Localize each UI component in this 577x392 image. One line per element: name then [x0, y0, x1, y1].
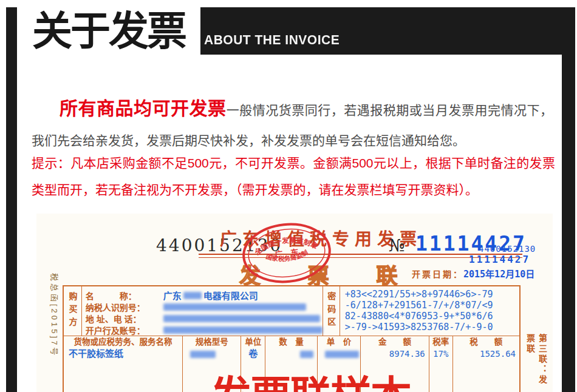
- buyer-bank-label: 开户行及账号：: [86, 324, 163, 336]
- redacted-bank-blur: [163, 326, 323, 334]
- promo-page: 关于发票 ABOUT THE INVOICE 所有商品均可开发票一般情况货票同行…: [0, 0, 577, 392]
- buyer-bank-row: 开户行及账号：: [86, 324, 323, 336]
- left-border-bar: [6, 55, 17, 392]
- column-tax-amount: 税 额 1525.64: [453, 336, 519, 392]
- item-spec: [183, 348, 241, 359]
- redacted-name-blur: [183, 292, 202, 299]
- password-area: +83<<2291/55+>8+97446>6>-79 -6/128+7+291…: [340, 286, 519, 336]
- column-tax-rate: 税率 17%: [429, 336, 453, 392]
- intro-paragraph: 所有商品均可开发票一般情况货票同行，若遇报税期或当月发票用完情况下，我们先会给亲…: [32, 93, 553, 156]
- redacted-quantity-blur: [300, 351, 313, 358]
- item-quantity: [265, 348, 317, 359]
- buyer-password-section: 购买方 名 称： 广东 电器有限公司 纳税人识别号： 地 址、电 话：: [64, 286, 519, 336]
- buyer-name-suffix: 电器有限公司: [203, 289, 258, 302]
- header-item-name: 货物或应税劳务、服务名称: [64, 336, 182, 348]
- buyer-name-row: 名 称： 广东 电器有限公司: [86, 289, 323, 301]
- intro-lead: 所有商品均可开发票: [60, 98, 227, 118]
- invoice-date-line: 开票日期：2015年12月10日: [412, 267, 534, 280]
- item-tax-amount: 1525.64: [453, 348, 519, 359]
- header-spec: 规格型号: [183, 336, 241, 348]
- buyer-address-row: 地 址、电 话：: [86, 313, 323, 324]
- redacted-address-blur: [163, 315, 320, 322]
- left-margin-note: 税总函[2015]7号: [51, 273, 61, 390]
- item-name: 不干胶标签纸: [64, 348, 182, 359]
- header-quantity: 数 量: [265, 336, 317, 348]
- password-line: -6/128+7+291561-7/+/8*07/<9: [345, 300, 519, 311]
- item-unit: 卷: [241, 348, 265, 359]
- column-item-name: 货物或应税劳务、服务名称 不干胶标签纸: [64, 336, 183, 392]
- password-section-label: 密码区: [325, 292, 337, 330]
- invoice-no-symbol: №: [389, 235, 405, 255]
- redacted-spec-blur: [190, 351, 216, 358]
- tax-seal-stamp: 全国统一发票监制章 广 东 国家税务局监制: [238, 217, 335, 288]
- item-tax-rate: 17%: [429, 348, 452, 359]
- buyer-name-prefix: 广东: [163, 289, 182, 302]
- header-unit: 单位: [241, 336, 265, 348]
- buyer-taxid-row: 纳税人识别号：: [86, 301, 323, 313]
- password-line: >-79->41593>8253768-7/+-9-0: [345, 322, 519, 333]
- right-border-bar: [562, 55, 575, 392]
- invoice-number-small: 11114427: [469, 254, 530, 265]
- item-amount: 8974.36: [361, 348, 428, 359]
- redacted-price-blur: [325, 351, 359, 358]
- tip-paragraph: 提示：凡本店采购金额不足500元，不可开发票。金额满500元以上，根据下单时备注…: [32, 150, 555, 203]
- buyer-section-label: 购买方: [66, 292, 78, 330]
- invoice-date-label: 开票日期：: [412, 269, 463, 279]
- invoice-code-small: 4400152130: [479, 244, 536, 254]
- page-title-box: 关于发票: [17, 7, 200, 55]
- invoice-sample-image: 4400152130 广东增值税专用发票 发 票 联 全国统一发票监制章 广 东…: [36, 214, 553, 392]
- header-tax-rate: 税率: [429, 336, 452, 348]
- header-amount: 金 额: [361, 336, 428, 348]
- buyer-taxid-label: 纳税人识别号：: [86, 301, 163, 313]
- sample-watermark: 发票联样本: [210, 363, 411, 392]
- password-section-cell: 密码区: [323, 286, 340, 336]
- password-line: +83<<2291/55+>8+97446>6>-79: [345, 289, 519, 300]
- redacted-taxid-blur: [163, 303, 306, 311]
- item-unit-price: [318, 348, 361, 359]
- header-unit-price: 单 价: [318, 336, 361, 348]
- buyer-section-cell: 购买方: [64, 286, 82, 336]
- buyer-info: 名 称： 广东 电器有限公司 纳税人识别号： 地 址、电 话： 开: [82, 286, 323, 336]
- header-tax-amount: 税 额: [453, 336, 519, 348]
- page-subtitle: ABOUT THE INVOICE: [204, 32, 340, 47]
- buyer-name-label: 名 称：: [86, 289, 163, 302]
- buyer-address-label: 地 址、电 话：: [86, 313, 163, 325]
- invoice-date-value: 2015年12月10日: [463, 269, 534, 280]
- copy-caption-vertical: 第三联：发票联: [524, 334, 548, 392]
- password-line: 82-43880<4*076953-9+*50*6/6: [345, 311, 519, 322]
- page-title: 关于发票: [32, 11, 185, 51]
